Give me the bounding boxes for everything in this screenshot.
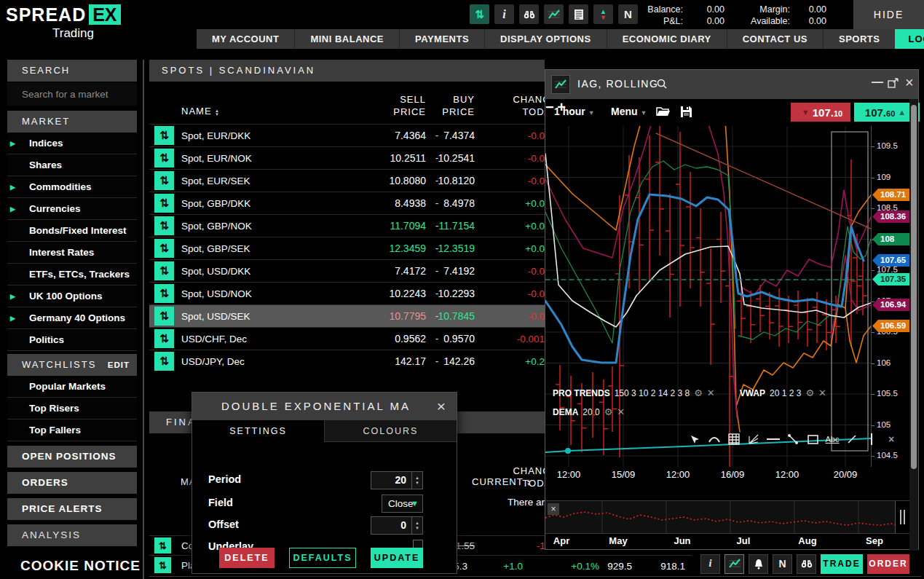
sidebar-panel-orders[interactable]: ORDERS — [7, 472, 137, 494]
rectangle-tool-icon[interactable] — [806, 432, 819, 446]
period-stepper[interactable]: 20 ▲▼ — [371, 471, 423, 489]
minimize-icon[interactable]: — — [872, 76, 882, 89]
menu-dropdown[interactable]: Menu ▼ — [611, 106, 647, 117]
nav-item-contact-us[interactable]: CONTACT US — [727, 29, 823, 49]
scrollbar[interactable] — [909, 99, 918, 551]
search-input[interactable] — [7, 82, 137, 106]
sidebar-item-etfs-etcs-trackers[interactable]: ETFs, ETCs, Trackers — [7, 264, 137, 285]
fan-lines-tool-icon[interactable] — [747, 432, 760, 446]
close-icon[interactable]: ✕ — [617, 406, 625, 417]
sidebar-item-bonds-fixed-interest[interactable]: Bonds/Fixed Interest — [7, 220, 137, 242]
range-handle[interactable] — [895, 501, 909, 533]
sidebar-item-uk-100-options[interactable]: ▶UK 100 Options — [7, 285, 137, 307]
close-icon[interactable]: × — [548, 503, 559, 515]
grid-tool-icon[interactable] — [727, 432, 741, 446]
close-icon[interactable]: × — [905, 74, 914, 91]
gear-icon[interactable]: ⚙ — [604, 406, 613, 417]
column-name[interactable]: NAME — [181, 106, 212, 117]
scrollbar-thumb[interactable] — [911, 105, 917, 469]
text-tool-icon[interactable]: Abc — [826, 432, 839, 446]
search-icon[interactable] — [656, 78, 668, 90]
alert-bell-icon[interactable] — [749, 554, 768, 574]
n-icon[interactable]: N — [773, 554, 792, 574]
delete-button[interactable]: DELETE — [219, 548, 275, 568]
news-icon[interactable] — [569, 4, 588, 24]
binoculars-icon[interactable] — [519, 4, 539, 24]
watchlist-item-top-risers[interactable]: Top Risers — [7, 398, 137, 420]
buy-price[interactable]: 7.4374 — [409, 125, 475, 147]
stepper-arrows-icon[interactable]: ▲▼ — [411, 472, 422, 489]
nav-item-sports[interactable]: SPORTS — [823, 29, 895, 49]
buy-price[interactable]: 10.2541 — [409, 147, 475, 170]
sidebar-item-currencies[interactable]: ▶Currencies — [7, 198, 137, 220]
field-select[interactable]: Close ▼ — [382, 495, 423, 513]
nav-item-payments[interactable]: PAYMENTS — [399, 29, 484, 49]
nav-item-my-account[interactable]: MY ACCOUNT — [197, 29, 294, 49]
zoom-out-icon[interactable]: − — [545, 99, 554, 115]
tab-colours[interactable]: COLOURS — [325, 420, 457, 442]
chart-icon[interactable] — [724, 554, 744, 574]
watchlist-item-popular-markets[interactable]: Popular Markets — [7, 376, 137, 398]
sidebar-item-interest-rates[interactable]: Interest Rates — [7, 242, 137, 264]
close-icon[interactable]: ✕ — [818, 387, 826, 398]
buy-price[interactable]: 12.3519 — [409, 237, 475, 260]
info-icon[interactable]: i — [494, 4, 514, 24]
modal-close-icon[interactable]: × — [437, 393, 448, 420]
hide-button[interactable]: HIDE — [853, 0, 924, 29]
gear-icon[interactable]: ⚙ — [694, 387, 703, 398]
trend-segment-tool-icon[interactable] — [786, 432, 799, 446]
sidebar-panel-open-positions[interactable]: OPEN POSITIONS — [7, 446, 137, 468]
column-sell-price[interactable]: SELLPRICE — [393, 93, 426, 118]
update-button[interactable]: UPDATE — [371, 548, 423, 568]
buy-price[interactable]: 10.7845 — [409, 305, 475, 328]
defaults-button[interactable]: DEFAULTS — [289, 548, 356, 568]
interval-dropdown[interactable]: 1 hour ▼ — [554, 106, 595, 117]
logout-button[interactable]: LOG OUT — [895, 29, 924, 49]
sidebar-panel-analysis[interactable]: ANALYSIS — [7, 524, 137, 546]
diagonal-line-tool-icon[interactable] — [845, 432, 858, 446]
nav-item-display-options[interactable]: DISPLAY OPTIONS — [484, 29, 607, 49]
watchlist-item-top-fallers[interactable]: Top Fallers — [7, 420, 137, 441]
column-buy-price[interactable]: BUYPRICE — [442, 93, 475, 118]
sidebar-item-germany-40-options[interactable]: ▶Germany 40 Options — [7, 307, 137, 329]
info-icon[interactable]: i — [700, 554, 720, 574]
chart-icon[interactable] — [544, 4, 564, 24]
buy-price[interactable]: 11.7154 — [409, 215, 475, 237]
nav-item-economic-diary[interactable]: ECONOMIC DIARY — [607, 29, 727, 49]
sidebar-item-shares[interactable]: Shares — [7, 154, 137, 176]
market-updown-icon[interactable]: ⇅ — [470, 4, 489, 24]
chart-window-titlebar[interactable]: IAG, ROLLING — × — [545, 70, 918, 99]
order-button[interactable]: ORDER — [867, 554, 909, 574]
buy-price[interactable]: 7.4192 — [409, 260, 475, 283]
sidebar-item-commodities[interactable]: ▶Commodities — [7, 176, 137, 198]
offset-stepper[interactable]: 0 ▲▼ — [371, 516, 423, 535]
buy-price[interactable]: 10.2293 — [409, 283, 475, 305]
nav-item-mini-balance[interactable]: MINI BALANCE — [294, 29, 399, 49]
curve-tool-icon[interactable] — [708, 432, 721, 446]
buy-price[interactable]: 8.4978 — [409, 192, 475, 215]
cookie-notice[interactable]: COOKIE NOTICE — [20, 558, 141, 574]
buy-price[interactable]: 142.26 — [409, 350, 475, 373]
vertical-line-tool-icon[interactable] — [865, 432, 878, 446]
close-icon[interactable]: ✕ — [707, 387, 715, 398]
pointer-tool-icon[interactable] — [688, 432, 701, 446]
tab-settings[interactable]: SETTINGS — [192, 420, 325, 442]
horizontal-line-tool-icon[interactable] — [767, 432, 780, 446]
open-folder-icon[interactable] — [656, 106, 671, 117]
popout-icon[interactable] — [888, 78, 899, 88]
sidebar-panel-price-alerts[interactable]: PRICE ALERTS — [7, 498, 137, 520]
trade-button[interactable]: TRADE — [821, 554, 863, 574]
stepper-arrows-icon[interactable]: ▲▼ — [411, 517, 422, 534]
sort-icon[interactable]: ▲▼ — [215, 109, 220, 117]
overview-chart[interactable]: × — [545, 500, 911, 534]
edit-watchlists-button[interactable]: EDIT — [108, 354, 130, 376]
buy-price[interactable]: 10.8120 — [409, 170, 475, 192]
sidebar-item-politics[interactable]: Politics — [7, 329, 137, 351]
movers-icon[interactable]: ▲▼ — [593, 4, 613, 24]
gear-icon[interactable]: ⚙ — [805, 387, 814, 398]
sidebar-item-indices[interactable]: ▶Indices — [7, 133, 137, 154]
binoculars-icon[interactable] — [797, 554, 816, 574]
buy-price[interactable]: 0.9570 — [409, 328, 475, 350]
save-icon[interactable] — [680, 106, 692, 118]
sell-price-button[interactable]: ▼ 107.10 — [791, 103, 850, 122]
